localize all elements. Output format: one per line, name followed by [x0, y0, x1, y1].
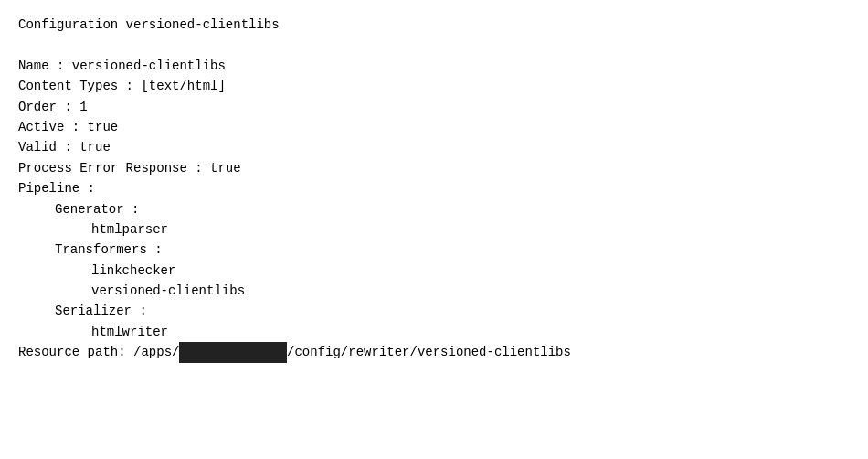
config-panel: Configuration versioned-clientlibs Name …	[0, 0, 868, 378]
config-title: Configuration versioned-clientlibs	[18, 15, 850, 35]
valid-field: Valid : true	[18, 137, 850, 157]
resource-path-prefix: Resource path: /apps/	[18, 345, 179, 359]
generator-value: htmlparser	[18, 219, 850, 240]
transformers-label: Transformers :	[18, 240, 850, 260]
transformer1-value: linkchecker	[18, 261, 850, 281]
serializer-value: htmlwriter	[18, 322, 850, 342]
active-field: Active : true	[18, 117, 850, 137]
empty-line	[18, 35, 850, 55]
transformer2-value: versioned-clientlibs	[18, 281, 850, 301]
resource-path-suffix: /config/rewriter/versioned-clientlibs	[287, 345, 571, 359]
process-error-field: Process Error Response : true	[18, 158, 850, 178]
generator-label: Generator :	[18, 199, 850, 219]
name-field: Name : versioned-clientlibs	[18, 56, 850, 76]
serializer-label: Serializer :	[18, 301, 850, 321]
resource-path-redacted	[179, 342, 287, 362]
resource-path-line: Resource path: /apps/ /config/rewriter/v…	[18, 342, 850, 362]
content-types-field: Content Types : [text/html]	[18, 76, 850, 96]
pipeline-label: Pipeline :	[18, 178, 850, 198]
order-field: Order : 1	[18, 97, 850, 117]
